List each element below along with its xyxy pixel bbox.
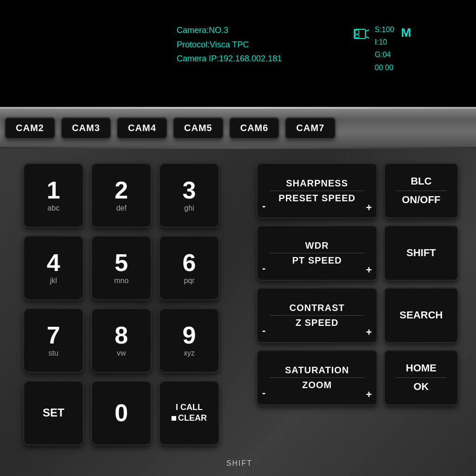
cam3-button[interactable]: CAM3 xyxy=(61,117,112,139)
stat-i: I:10 xyxy=(375,36,394,48)
shift-label: SHIFT xyxy=(226,459,252,468)
camera-number: Camera:NO.3 xyxy=(177,23,282,38)
key-set[interactable]: SET xyxy=(23,380,84,445)
camera-screen: Camera:NO.3 Protocol:Visca TPC Camera IP… xyxy=(0,0,476,107)
svg-rect-2 xyxy=(355,35,359,38)
key-call-clear[interactable]: I CALL CLEAR xyxy=(159,380,219,445)
wdr-pt-speed-button[interactable]: - WDR PT SPEED + xyxy=(257,225,377,281)
stat-s: S:100 xyxy=(375,23,394,36)
clear-square-icon xyxy=(172,416,176,421)
key-7[interactable]: 7 stu xyxy=(23,308,84,373)
camera-ip: Camera IP:192.168.002.181 xyxy=(177,52,282,66)
cam6-button[interactable]: CAM6 xyxy=(229,117,280,139)
keypad-area: 1 abc 2 def 3 ghi 4 jkl 5 mno 6 pqr 7 st… xyxy=(0,149,476,476)
key-4[interactable]: 4 jkl xyxy=(23,235,84,300)
stat-time: 00 00 xyxy=(375,61,394,74)
control-row-3: - CONTRAST Z SPEED + SEARCH xyxy=(257,287,458,343)
key-8[interactable]: 8 vw xyxy=(91,308,152,373)
key-0[interactable]: 0 xyxy=(91,380,152,445)
control-row-2: - WDR PT SPEED + SHIFT xyxy=(257,225,458,281)
cam7-button[interactable]: CAM7 xyxy=(285,117,336,139)
stat-g: G:04 xyxy=(375,48,394,61)
right-controls: - SHARPNESS PRESET SPEED + BLC ON/OFF - … xyxy=(257,163,458,462)
camera-icon xyxy=(353,26,370,42)
contrast-z-speed-button[interactable]: - CONTRAST Z SPEED + xyxy=(257,287,377,343)
stats-values: S:100 I:10 G:04 00 00 xyxy=(375,23,394,74)
search-button[interactable]: SEARCH xyxy=(384,287,458,343)
key-5[interactable]: 5 mno xyxy=(91,235,152,300)
camera-stats-panel: S:100 I:10 G:04 00 00 M xyxy=(353,23,411,74)
key-9[interactable]: 9 xyz xyxy=(159,308,219,373)
control-row-4: - SATURATION ZOOM + HOME OK xyxy=(257,350,458,405)
key-3[interactable]: 3 ghi xyxy=(159,163,219,228)
cam2-button[interactable]: CAM2 xyxy=(5,117,55,139)
svg-rect-1 xyxy=(355,30,359,34)
sharpness-preset-speed-button[interactable]: - SHARPNESS PRESET SPEED + xyxy=(257,163,377,218)
shift-button[interactable]: SHIFT xyxy=(384,225,458,281)
numeric-pad: 1 abc 2 def 3 ghi 4 jkl 5 mno 6 pqr 7 st… xyxy=(23,163,219,462)
stat-m: M xyxy=(401,26,411,40)
camera-protocol: Protocol:Visca TPC xyxy=(177,38,282,52)
key-2[interactable]: 2 def xyxy=(91,163,152,228)
cam5-button[interactable]: CAM5 xyxy=(173,117,224,139)
saturation-zoom-button[interactable]: - SATURATION ZOOM + xyxy=(257,350,377,405)
blc-onoff-button[interactable]: BLC ON/OFF xyxy=(384,163,458,218)
cam4-button[interactable]: CAM4 xyxy=(117,117,167,139)
home-ok-button[interactable]: HOME OK xyxy=(384,350,458,405)
svg-line-3 xyxy=(366,30,369,31)
camera-info-panel: Camera:NO.3 Protocol:Visca TPC Camera IP… xyxy=(177,23,282,66)
key-1[interactable]: 1 abc xyxy=(23,163,84,228)
key-6[interactable]: 6 pqr xyxy=(159,235,219,300)
cam-bar: CAM2 CAM3 CAM4 CAM5 CAM6 CAM7 xyxy=(0,107,476,149)
svg-line-4 xyxy=(366,37,369,38)
control-row-1: - SHARPNESS PRESET SPEED + BLC ON/OFF xyxy=(257,163,458,218)
